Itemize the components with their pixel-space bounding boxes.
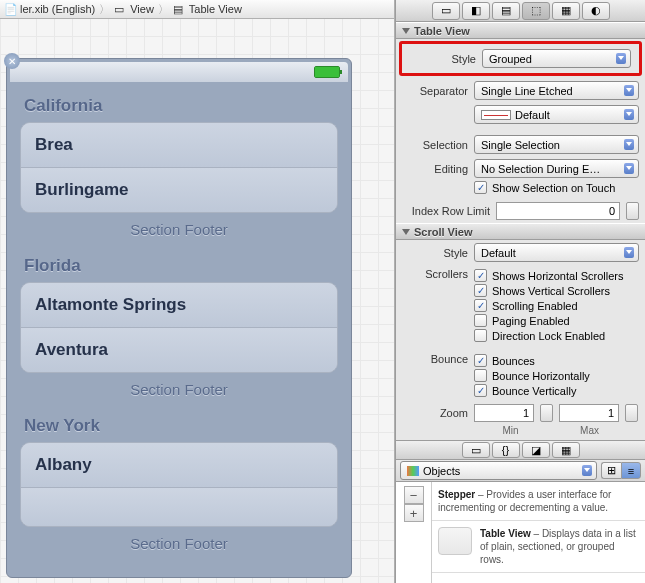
separator-popup[interactable]: Single Line Etched [474, 81, 639, 100]
code-snippets-tab[interactable]: {} [492, 442, 520, 458]
label-separator: Separator [402, 85, 468, 97]
table-cell[interactable]: Aventura [21, 328, 337, 372]
sv-style-popup[interactable]: Default [474, 243, 639, 262]
objects-icon [407, 466, 419, 476]
breadcrumb-view[interactable]: View [130, 3, 154, 15]
plus-button[interactable]: + [404, 504, 424, 522]
media-tab[interactable]: ▦ [552, 442, 580, 458]
show-selection-label: Show Selection on Touch [492, 182, 615, 194]
section-scrollview[interactable]: Scroll View [396, 223, 645, 240]
library-view-toggle: ⊞ ≡ [601, 462, 641, 479]
objects-tab[interactable]: ◪ [522, 442, 550, 458]
show-selection-checkbox[interactable]: ✓ [474, 181, 487, 194]
bounces-checkbox[interactable]: ✓ [474, 354, 487, 367]
stepper-icon[interactable] [540, 404, 553, 422]
selection-popup[interactable]: Single Selection [474, 135, 639, 154]
library-plus-minus: − + [396, 482, 432, 583]
editing-popup[interactable]: No Selection During E… [474, 159, 639, 178]
tableview-thumb-icon [438, 527, 472, 555]
table-view-preview[interactable]: California Brea Burlingame Section Foote… [10, 82, 348, 574]
identity-tab[interactable]: ▤ [492, 2, 520, 20]
zoom-max-field[interactable] [559, 404, 619, 422]
device-preview[interactable]: ✕ California Brea Burlingame Section Foo… [6, 58, 352, 578]
chevron-right-icon: 〉 [158, 2, 169, 17]
inspector-pane: ▭ ◧ ▤ ⬚ ▦ ◐ Table View Style Grouped Sep… [395, 0, 645, 583]
separator-color-popup[interactable]: Default [474, 105, 639, 124]
label-zoom: Zoom [402, 407, 468, 419]
zoom-min-field[interactable] [474, 404, 534, 422]
section-footer: Section Footer [10, 373, 348, 402]
battery-icon [314, 66, 340, 78]
quickhelp-tab[interactable]: ◧ [462, 2, 490, 20]
label-selection: Selection [402, 139, 468, 151]
max-sublabel: Max [553, 425, 626, 436]
table-cell[interactable] [21, 488, 337, 526]
label-bounce: Bounce [402, 353, 468, 365]
library-item-tableview[interactable]: Table View – Displays data in a list of … [432, 521, 645, 573]
breadcrumb[interactable]: 📄 ler.xib (English) 〉 ▭ View 〉 ▤ Table V… [0, 0, 394, 19]
list-view-button[interactable]: ≡ [621, 462, 641, 479]
label-editing: Editing [402, 163, 468, 175]
size-tab[interactable]: ▦ [552, 2, 580, 20]
section-header: New York [10, 402, 348, 442]
status-bar [10, 62, 348, 82]
table-group: Albany [20, 442, 338, 527]
label-style: Style [410, 53, 476, 65]
disclosure-triangle-icon [402, 28, 410, 34]
grid-view-button[interactable]: ⊞ [601, 462, 621, 479]
breadcrumb-file[interactable]: ler.xib (English) [20, 3, 95, 15]
section-footer: Section Footer [10, 213, 348, 242]
file-inspector-tab[interactable]: ▭ [432, 2, 460, 20]
attributes-tab[interactable]: ⬚ [522, 2, 550, 20]
library-filter-bar: Objects ⊞ ≡ [396, 460, 645, 482]
table-group: Altamonte Springs Aventura [20, 282, 338, 373]
index-row-limit-field[interactable] [496, 202, 620, 220]
view-icon: ▭ [114, 3, 126, 15]
breadcrumb-tableview[interactable]: Table View [189, 3, 242, 15]
bounceh-checkbox[interactable] [474, 369, 487, 382]
canvas-pane: 📄 ler.xib (English) 〉 ▭ View 〉 ▤ Table V… [0, 0, 395, 583]
label-scrollers: Scrollers [402, 268, 468, 280]
library-item-stepper[interactable]: Stepper – Provides a user interface for … [432, 482, 645, 521]
style-row-highlight: Style Grouped [399, 41, 642, 76]
disclosure-triangle-icon [402, 229, 410, 235]
connections-tab[interactable]: ◐ [582, 2, 610, 20]
hscrollers-checkbox[interactable]: ✓ [474, 269, 487, 282]
bouncev-checkbox[interactable]: ✓ [474, 384, 487, 397]
minus-button[interactable]: − [404, 486, 424, 504]
stepper-icon[interactable] [626, 202, 639, 220]
style-popup[interactable]: Grouped [482, 49, 631, 68]
table-cell[interactable]: Brea [21, 123, 337, 168]
section-footer: Section Footer [10, 527, 348, 556]
table-cell[interactable]: Albany [21, 443, 337, 488]
label-index-row-limit: Index Row Limit [402, 205, 490, 217]
table-group: Brea Burlingame [20, 122, 338, 213]
section-header: Florida [10, 242, 348, 282]
library-tab-bar: ▭ {} ◪ ▦ [396, 440, 645, 460]
inspector-tab-bar: ▭ ◧ ▤ ⬚ ▦ ◐ [396, 0, 645, 22]
file-templates-tab[interactable]: ▭ [462, 442, 490, 458]
file-icon: 📄 [4, 3, 16, 15]
color-swatch-icon [481, 110, 511, 120]
table-cell[interactable]: Burlingame [21, 168, 337, 212]
vscrollers-checkbox[interactable]: ✓ [474, 284, 487, 297]
stepper-icon[interactable] [625, 404, 638, 422]
library-body: − + Stepper – Provides a user interface … [396, 482, 645, 583]
table-cell[interactable]: Altamonte Springs [21, 283, 337, 328]
scrolling-checkbox[interactable]: ✓ [474, 299, 487, 312]
section-tableview[interactable]: Table View [396, 22, 645, 39]
section-header: California [10, 82, 348, 122]
dirlock-checkbox[interactable] [474, 329, 487, 342]
library-filter-popup[interactable]: Objects [400, 461, 597, 480]
chevron-right-icon: 〉 [99, 2, 110, 17]
min-sublabel: Min [474, 425, 547, 436]
table-icon: ▤ [173, 3, 185, 15]
paging-checkbox[interactable] [474, 314, 487, 327]
close-icon[interactable]: ✕ [4, 53, 20, 69]
label-sv-style: Style [402, 247, 468, 259]
